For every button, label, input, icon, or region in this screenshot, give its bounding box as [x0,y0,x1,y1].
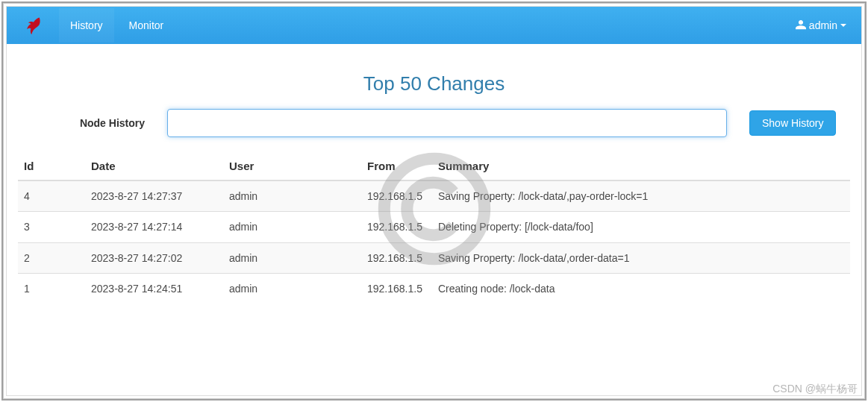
cell-summary: Saving Property: /lock-data/,order-data=… [432,242,850,273]
cell-user: admin [223,273,361,304]
cell-summary: Creating node: /lock-data [432,273,850,304]
form-label-node-history: Node History [63,117,145,129]
table-row: 32023-8-27 14:27:14admin192.168.1.5Delet… [18,212,850,242]
cell-date: 2023-8-27 14:27:37 [85,180,223,212]
th-id: Id [18,152,85,180]
cell-from: 192.168.1.5 [361,212,432,242]
navbar: History Monitor admin [7,7,861,44]
table-row: 22023-8-27 14:27:02admin192.168.1.5Savin… [18,242,850,273]
cell-id: 3 [18,212,85,242]
table-row: 12023-8-27 14:24:51admin192.168.1.5Creat… [18,273,850,304]
th-date: Date [85,152,223,180]
user-dropdown[interactable]: admin [792,12,850,40]
th-user: User [223,152,361,180]
search-form: Node History Show History [18,109,850,137]
user-icon [796,19,806,32]
cell-from: 192.168.1.5 [361,180,432,212]
cell-date: 2023-8-27 14:27:14 [85,212,223,242]
main-container: Top 50 Changes Node History Show History… [7,44,861,304]
th-from: From [361,152,432,180]
cell-id: 2 [18,242,85,273]
page-title: Top 50 Changes [18,72,850,95]
logo[interactable] [18,10,48,40]
cell-from: 192.168.1.5 [361,273,432,304]
bird-icon [22,15,43,36]
nav-links: History Monitor [59,8,175,43]
nav-link-monitor[interactable]: Monitor [118,8,175,43]
cell-id: 1 [18,273,85,304]
cell-user: admin [223,242,361,273]
th-summary: Summary [432,152,850,180]
cell-user: admin [223,180,361,212]
content-panel: History Monitor admin Top 50 Changes Nod… [6,6,862,396]
chevron-down-icon [840,24,846,27]
window-frame: History Monitor admin Top 50 Changes Nod… [1,1,867,401]
history-table: Id Date User From Summary 42023-8-27 14:… [18,152,850,304]
cell-id: 4 [18,180,85,212]
cell-summary: Deleting Property: [/lock-data/foo] [432,212,850,242]
show-history-button[interactable]: Show History [749,110,836,136]
node-history-input[interactable] [167,109,727,137]
cell-summary: Saving Property: /lock-data/,pay-order-l… [432,180,850,212]
table-row: 42023-8-27 14:27:37admin192.168.1.5Savin… [18,180,850,212]
cell-user: admin [223,212,361,242]
cell-from: 192.168.1.5 [361,242,432,273]
nav-link-history[interactable]: History [59,8,114,43]
cell-date: 2023-8-27 14:24:51 [85,273,223,304]
user-label: admin [809,19,837,31]
cell-date: 2023-8-27 14:27:02 [85,242,223,273]
